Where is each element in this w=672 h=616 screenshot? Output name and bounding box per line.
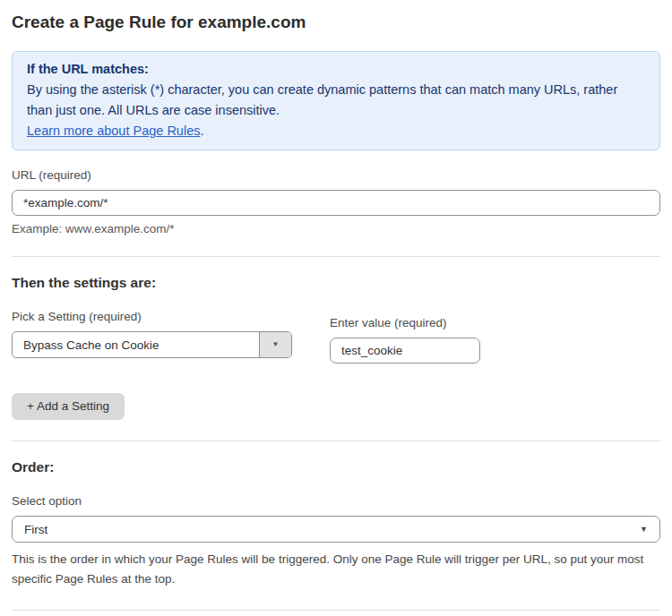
url-matches-info-box: If the URL matches: By using the asteris… [12, 51, 660, 150]
info-box-link-line: Learn more about Page Rules. [27, 121, 645, 141]
divider [12, 441, 660, 441]
enter-value-column: Enter value (required) [330, 310, 480, 364]
setting-dropdown-arrow-button[interactable]: ▼ [259, 332, 291, 357]
page-title: Create a Page Rule for example.com [12, 13, 660, 32]
settings-section-heading: Then the settings are: [12, 275, 660, 291]
chevron-down-icon: ▼ [640, 526, 648, 534]
setting-dropdown-value: Bypass Cache on Cookie [13, 332, 259, 357]
order-help-text: This is the order in which your Page Rul… [12, 550, 662, 589]
url-example-hint: Example: www.example.com/* [12, 222, 660, 235]
url-label: URL (required) [12, 168, 660, 183]
chevron-down-icon: ▼ [272, 341, 280, 348]
divider [12, 256, 660, 257]
setting-value-input[interactable] [330, 338, 480, 364]
url-input[interactable] [12, 190, 660, 216]
info-box-heading: If the URL matches: [27, 59, 645, 80]
order-select-label: Select option [12, 494, 660, 509]
info-box-body: By using the asterisk (*) character, you… [27, 80, 645, 121]
order-select[interactable]: First ▼ [12, 516, 660, 543]
link-suffix: . [200, 124, 203, 138]
pick-setting-label: Pick a Setting (required) [12, 310, 292, 324]
learn-more-link[interactable]: Learn more about Page Rules [27, 124, 200, 138]
order-select-value: First [24, 523, 47, 536]
divider [12, 610, 660, 611]
create-page-rule-form: Create a Page Rule for example.com If th… [0, 0, 672, 616]
add-setting-button[interactable]: + Add a Setting [12, 393, 125, 420]
setting-dropdown[interactable]: Bypass Cache on Cookie ▼ [12, 331, 292, 358]
order-section-heading: Order: [12, 459, 660, 475]
settings-row: Pick a Setting (required) Bypass Cache o… [12, 310, 660, 364]
enter-value-label: Enter value (required) [330, 316, 480, 330]
pick-setting-column: Pick a Setting (required) Bypass Cache o… [12, 310, 292, 364]
